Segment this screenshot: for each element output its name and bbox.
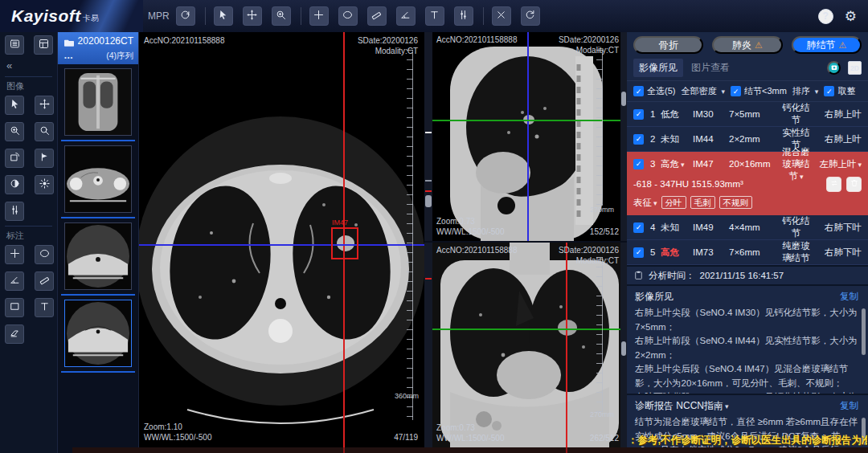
sort-dropdown[interactable]: 排序▾ xyxy=(792,85,819,97)
cine-play-button[interactable] xyxy=(35,149,54,168)
cursor-icon xyxy=(9,98,21,112)
nodule-row-5[interactable]: ✓ 5 高危 IM73 7×6mm 纯磨玻璃结节 右肺下叶 xyxy=(627,240,868,265)
chevron-down-icon[interactable]: ▾ xyxy=(725,402,729,410)
checkbox-icon[interactable]: ✓ xyxy=(633,247,644,258)
thumbnail-axial-selected[interactable]: 已经检测 1/119 xyxy=(64,300,132,367)
feature-tag[interactable]: 毛刺 xyxy=(690,196,715,209)
nodule-number: 5 xyxy=(650,247,661,257)
checkbox-icon[interactable]: ✓ xyxy=(731,86,741,96)
sagittal-viewport[interactable]: 270mm AccNO:202101158888 SDate:20200126 … xyxy=(432,32,627,241)
axial-ruler-label: 360mm xyxy=(395,392,419,400)
axial-slice-scrollbar[interactable] xyxy=(424,32,432,447)
compare-button[interactable] xyxy=(826,177,841,192)
series-header[interactable]: 20200126CT ••• (4)序列 xyxy=(58,32,138,64)
nodule-detection-box[interactable] xyxy=(331,227,358,259)
checkbox-icon[interactable]: ✓ xyxy=(633,159,644,169)
nodule-location-dropdown[interactable]: 左肺上叶▾ xyxy=(813,158,862,170)
mpr-rotate-icon xyxy=(179,9,191,23)
cursor-tool-button[interactable] xyxy=(214,6,233,26)
ellipse-tool-button[interactable] xyxy=(338,6,358,26)
nodule-row-4[interactable]: ✓ 4 未知 IM49 4×4mm 钙化结节 右肺下叶 xyxy=(627,215,868,240)
findings-scrollbar[interactable] xyxy=(862,308,866,355)
brightness-button[interactable] xyxy=(35,175,54,194)
delete-nodule-button[interactable] xyxy=(846,177,862,192)
angle-tool-button[interactable] xyxy=(5,271,24,291)
text-tool-button[interactable] xyxy=(35,298,54,317)
thumbnail-axial-2[interactable]: 1/60 xyxy=(64,222,132,290)
tab-image-view[interactable]: 图片查看 xyxy=(691,61,730,75)
round-checkbox[interactable]: ✓取整 xyxy=(824,85,855,97)
2d-view-button[interactable]: 2D xyxy=(848,61,862,75)
window-level-button[interactable] xyxy=(454,6,473,26)
nodule-risk-dropdown[interactable]: 高危▾ xyxy=(661,158,693,170)
clear-annotations-button[interactable] xyxy=(492,6,511,26)
checkbox-icon[interactable]: ✓ xyxy=(633,222,644,233)
sagittal-scrollbar[interactable] xyxy=(620,32,627,241)
rectangle-icon xyxy=(9,300,21,315)
screenshot-button[interactable] xyxy=(827,61,841,75)
density-dropdown[interactable]: 全部密度▾ xyxy=(681,85,725,97)
crosshair-mark xyxy=(566,447,567,453)
pan-tool-button[interactable] xyxy=(243,6,262,26)
collapse-sidebar-button[interactable]: « xyxy=(6,59,57,71)
eraser-tool-button[interactable] xyxy=(5,324,24,344)
invert-button[interactable] xyxy=(5,175,24,194)
angle-tool-button[interactable] xyxy=(396,6,416,26)
series-separator xyxy=(61,140,135,141)
mode-lung-nodule-button[interactable]: 肺结节⚠ xyxy=(792,36,862,54)
rotate-image-button[interactable] xyxy=(5,149,24,168)
copy-report-button[interactable]: 复制 xyxy=(840,400,858,412)
nodule-type: 钙化结节 xyxy=(779,102,813,126)
series-list-button[interactable] xyxy=(5,35,24,55)
pan-tool-button[interactable] xyxy=(35,96,54,115)
feature-tag[interactable]: 分叶 xyxy=(661,196,686,209)
axial-crosshair-horizontal[interactable] xyxy=(139,244,424,246)
zoom-tool-button[interactable] xyxy=(272,6,291,26)
coronal-crosshair-vertical[interactable] xyxy=(566,243,567,447)
nodule-row-2[interactable]: ✓ 2 未知 IM44 2×2mm 实性结节 右肺上叶 xyxy=(627,127,868,152)
axial-viewport[interactable]: IM47 360mm AccNO:202101158888 SDate:2020… xyxy=(139,32,424,447)
window-level-button[interactable] xyxy=(5,202,24,221)
tab-findings[interactable]: 影像所见 xyxy=(633,59,683,77)
checkbox-icon[interactable]: ✓ xyxy=(824,86,834,96)
rectangle-tool-button[interactable] xyxy=(5,298,24,317)
nodule-size: 4×4mm xyxy=(729,222,779,232)
settings-button[interactable]: ⚙ xyxy=(845,8,857,25)
thumbnail-scout[interactable]: 1/1 xyxy=(64,68,132,136)
move-icon xyxy=(246,9,258,23)
coronal-scrollbar[interactable] xyxy=(620,243,627,447)
nodule-row-1[interactable]: ✓ 1 低危 IM30 7×5mm 钙化结节 右肺上叶 xyxy=(627,102,868,127)
crosshair-tool-button[interactable] xyxy=(5,245,24,264)
select-all-checkbox[interactable]: ✓全选(5) xyxy=(633,85,675,97)
crosshair-tool-button[interactable] xyxy=(309,6,329,26)
checkbox-icon[interactable]: ✓ xyxy=(633,134,644,145)
coronal-viewport[interactable]: 270mm AccNO:202101158888 SDate:20200126 … xyxy=(432,243,627,447)
more-icon[interactable]: ••• xyxy=(64,54,73,61)
coronal-scrollbar-handle[interactable] xyxy=(621,341,626,356)
ellipse-tool-button[interactable] xyxy=(35,245,54,264)
mode-pneumonia-button[interactable]: 肺炎⚠ xyxy=(712,36,782,54)
ruler-tool-button[interactable] xyxy=(35,271,54,291)
text-tool-button[interactable] xyxy=(425,6,444,26)
thumbnail-axial-1[interactable]: 1/60 xyxy=(64,145,132,213)
nodule-type-dropdown[interactable]: 混合磨玻璃结节▾ xyxy=(779,146,813,182)
nodule-row-3-selected[interactable]: ✓ 3 高危▾ IM47 20×16mm 混合磨玻璃结节▾ 左肺上叶▾ -618… xyxy=(627,152,868,215)
sagittal-scrollbar-handle[interactable] xyxy=(621,92,626,106)
copy-findings-button[interactable]: 复制 xyxy=(840,291,858,303)
reset-button[interactable] xyxy=(521,6,540,26)
small-nodule-checkbox[interactable]: ✓结节<3mm xyxy=(731,85,787,97)
magnify-tool-button[interactable] xyxy=(35,122,54,141)
layout-button[interactable] xyxy=(34,35,53,55)
mpr-mode-button[interactable] xyxy=(176,6,195,26)
checkbox-icon[interactable]: ✓ xyxy=(633,86,644,96)
help-button[interactable]: ? xyxy=(818,9,833,24)
ruler-tool-button[interactable] xyxy=(367,6,387,26)
checkbox-icon[interactable]: ✓ xyxy=(633,109,644,120)
sagittal-crosshair-vertical[interactable] xyxy=(527,32,529,241)
slice-scrollbar-handle[interactable] xyxy=(425,195,432,207)
feature-tag[interactable]: 不规则 xyxy=(719,196,753,209)
zoom-in-tool-button[interactable] xyxy=(5,122,24,141)
cursor-tool-button[interactable] xyxy=(5,96,24,115)
feature-dropdown[interactable]: 表征▾ xyxy=(633,197,657,209)
mode-fracture-button[interactable]: 骨折 xyxy=(633,36,703,54)
